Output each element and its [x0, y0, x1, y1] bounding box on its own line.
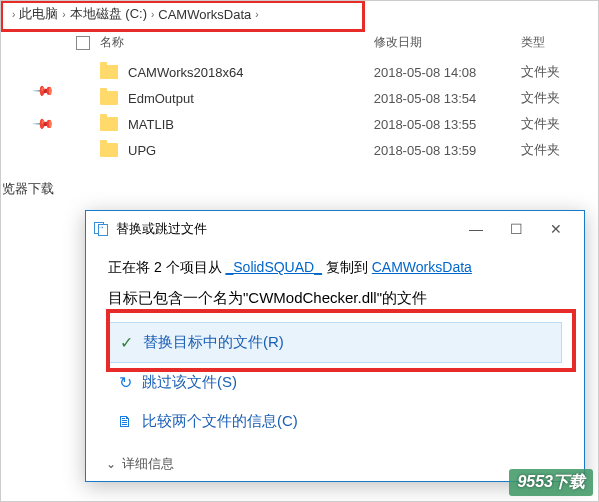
dialog-titlebar[interactable]: → 替换或跳过文件 — ☐ ✕ — [86, 211, 584, 247]
file-type: 文件夹 — [521, 63, 599, 81]
file-date: 2018-05-08 13:55 — [374, 117, 521, 132]
watermark: 9553下载 — [509, 469, 593, 496]
file-date: 2018-05-08 13:54 — [374, 91, 521, 106]
file-row[interactable]: MATLIB 2018-05-08 13:55 文件夹 — [70, 111, 599, 137]
option-replace[interactable]: ✓ 替换目标中的文件(R) — [108, 322, 562, 363]
select-all-checkbox[interactable] — [76, 36, 90, 50]
compare-icon: 🗎 — [114, 413, 136, 431]
option-skip[interactable]: ↻ 跳过该文件(S) — [108, 363, 562, 402]
source-link[interactable]: _SolidSQUAD_ — [225, 259, 322, 275]
option-label: 跳过该文件(S) — [142, 373, 237, 392]
chevron-right-icon: › — [62, 9, 65, 20]
sidebar-item-label[interactable]: 览器下载 — [2, 180, 54, 198]
folder-icon — [100, 117, 118, 131]
replace-dialog: → 替换或跳过文件 — ☐ ✕ 正在将 2 个项目从 _SolidSQUAD_ … — [85, 210, 585, 482]
column-type[interactable]: 类型 — [521, 34, 599, 51]
copy-replace-icon: → — [94, 222, 110, 236]
dest-link[interactable]: CAMWorksData — [372, 259, 472, 275]
file-date: 2018-05-08 13:59 — [374, 143, 521, 158]
folder-icon — [100, 65, 118, 79]
file-name: EdmOutput — [128, 91, 194, 106]
chevron-right-icon: › — [12, 9, 15, 20]
details-label: 详细信息 — [122, 455, 174, 473]
option-label: 替换目标中的文件(R) — [143, 333, 284, 352]
option-compare[interactable]: 🗎 比较两个文件的信息(C) — [108, 402, 562, 441]
chevron-down-icon: ⌄ — [106, 457, 116, 471]
file-row[interactable]: UPG 2018-05-08 13:59 文件夹 — [70, 137, 599, 163]
file-list: 名称 修改日期 类型 CAMWorks2018x64 2018-05-08 14… — [0, 30, 599, 163]
column-name[interactable]: 名称 — [100, 34, 124, 51]
column-modified[interactable]: 修改日期 — [374, 34, 521, 51]
folder-icon — [100, 91, 118, 105]
dialog-title: 替换或跳过文件 — [116, 220, 207, 238]
file-type: 文件夹 — [521, 115, 599, 133]
checkmark-icon: ✓ — [115, 333, 137, 352]
file-name: UPG — [128, 143, 156, 158]
file-list-header: 名称 修改日期 类型 — [70, 30, 599, 59]
maximize-button[interactable]: ☐ — [496, 217, 536, 241]
dialog-message-conflict: 目标已包含一个名为"CWModChecker.dll"的文件 — [108, 289, 562, 308]
folder-icon — [100, 143, 118, 157]
file-type: 文件夹 — [521, 89, 599, 107]
file-date: 2018-05-08 14:08 — [374, 65, 521, 80]
file-name: MATLIB — [128, 117, 174, 132]
file-row[interactable]: EdmOutput 2018-05-08 13:54 文件夹 — [70, 85, 599, 111]
minimize-button[interactable]: — — [456, 217, 496, 241]
file-type: 文件夹 — [521, 141, 599, 159]
file-row[interactable]: CAMWorks2018x64 2018-05-08 14:08 文件夹 — [70, 59, 599, 85]
file-name: CAMWorks2018x64 — [128, 65, 243, 80]
chevron-right-icon: › — [151, 9, 154, 20]
breadcrumb-item[interactable]: 本地磁盘 (C:) — [70, 5, 147, 23]
chevron-right-icon: › — [255, 9, 258, 20]
breadcrumb[interactable]: › 此电脑 › 本地磁盘 (C:) › CAMWorksData › — [0, 0, 599, 28]
option-label: 比较两个文件的信息(C) — [142, 412, 298, 431]
breadcrumb-item[interactable]: 此电脑 — [19, 5, 58, 23]
skip-arrow-icon: ↻ — [114, 373, 136, 392]
breadcrumb-item[interactable]: CAMWorksData — [158, 7, 251, 22]
dialog-message-copying: 正在将 2 个项目从 _SolidSQUAD_ 复制到 CAMWorksData — [108, 259, 562, 277]
close-button[interactable]: ✕ — [536, 217, 576, 241]
